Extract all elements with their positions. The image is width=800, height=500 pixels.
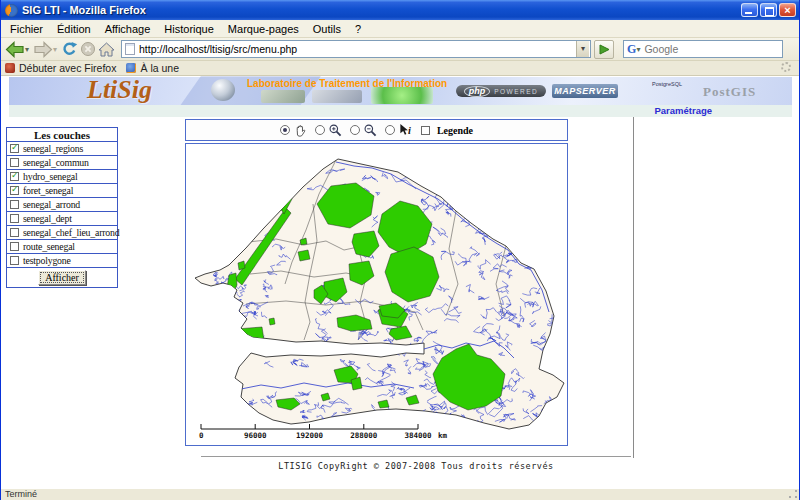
layers-panel: Les couches senegal_regions senegal_comm…: [6, 127, 118, 288]
restore-button[interactable]: [760, 3, 777, 17]
forward-arrow-icon: [33, 41, 53, 58]
layer-checkbox-senegal-regions[interactable]: [10, 144, 19, 153]
reload-icon: [61, 41, 78, 57]
layer-checkbox-senegal-chef-lieu-arrond[interactable]: [10, 228, 19, 237]
banner-photo-3: [371, 87, 433, 104]
layer-checkbox-route-senegal[interactable]: [10, 242, 19, 251]
firefox-window: SIG LTI - Mozilla Firefox × Fichier Édit…: [0, 0, 800, 500]
postgresql-badge: PostgreSQL: [641, 81, 693, 101]
pan-hand-icon: [293, 123, 308, 138]
zoom-out-radio[interactable]: [350, 125, 360, 135]
menu-bar: Fichier Édition Affichage Historique Mar…: [1, 20, 799, 38]
layer-row-senegal-chef-lieu-arrond: senegal_chef_lieu_arrond: [7, 226, 117, 240]
navigation-toolbar: ▾ ▾ ▾ G ▾: [1, 38, 799, 61]
layer-row-hydro-senegal: hydro_senegal: [7, 170, 117, 184]
layer-row-route-senegal: route_senegal: [7, 240, 117, 254]
frame-divider: [633, 117, 634, 458]
menu-edition[interactable]: Édition: [50, 20, 98, 38]
parametrage-link[interactable]: Paramétrage: [654, 105, 712, 116]
layer-row-senegal-regions: senegal_regions: [7, 142, 117, 156]
forward-dropdown-icon[interactable]: ▾: [53, 45, 57, 54]
menu-aide[interactable]: ?: [348, 20, 368, 38]
resize-grip-icon[interactable]: [788, 489, 798, 499]
layer-row-senegal-arrond: senegal_arrond: [7, 198, 117, 212]
mapserver-badge: MAPSERVER: [552, 84, 618, 98]
search-input[interactable]: [644, 43, 779, 55]
search-engine-dropdown-icon[interactable]: ▾: [636, 45, 640, 54]
bookmark-a-la-une[interactable]: À la une: [126, 62, 179, 74]
ltisig-logo: LtiSig: [87, 76, 152, 105]
bookmark-debuter[interactable]: Débuter avec Firefox: [5, 62, 116, 74]
layer-checkbox-testpolygone[interactable]: [10, 256, 19, 265]
forward-button[interactable]: ▾: [33, 41, 59, 58]
scale-tick-2: 192000: [296, 431, 324, 440]
firefox-bookmark-icon: [5, 63, 15, 73]
page-content: LtiSig Laboratoire de Traitement de l'In…: [1, 76, 799, 487]
title-bar: SIG LTI - Mozilla Firefox ×: [1, 0, 799, 20]
status-bar: Terminé: [1, 487, 799, 500]
afficher-button[interactable]: Afficher: [38, 270, 86, 285]
identify-info-icon: i: [398, 123, 414, 138]
layer-row-senegal-dept: senegal_dept: [7, 212, 117, 226]
layer-checkbox-senegal-commun[interactable]: [10, 158, 19, 167]
menu-marque-pages[interactable]: Marque-pages: [221, 20, 306, 38]
url-bar: ▾: [121, 40, 591, 58]
scale-unit: km: [438, 431, 448, 440]
home-icon: [98, 42, 115, 57]
back-arrow-icon: [5, 41, 25, 58]
pan-radio[interactable]: [280, 125, 290, 135]
go-arrow-icon: [599, 44, 610, 55]
site-banner: LtiSig Laboratoire de Traitement de l'In…: [9, 77, 792, 105]
legend-checkbox[interactable]: [421, 126, 430, 135]
minimize-button[interactable]: [741, 3, 758, 17]
zoom-in-radio[interactable]: [315, 125, 325, 135]
banner-photo-2: [312, 90, 362, 103]
menu-historique[interactable]: Historique: [157, 20, 221, 38]
globe-sphere-icon: [211, 79, 235, 101]
layer-row-senegal-commun: senegal_commun: [7, 156, 117, 170]
search-magnifier-icon[interactable]: [779, 43, 780, 55]
scale-tick-0: 0: [199, 431, 204, 440]
menu-affichage[interactable]: Affichage: [98, 20, 158, 38]
bookmarks-toolbar: Débuter avec Firefox À la une: [1, 61, 799, 76]
menu-outils[interactable]: Outils: [306, 20, 348, 38]
layer-row-testpolygone: testpolygone: [7, 254, 117, 268]
scale-tick-3: 288000: [350, 431, 378, 440]
layer-row-foret-senegal: foret_senegal: [7, 184, 117, 198]
scale-tick-1: 96000: [244, 431, 267, 440]
status-text: Terminé: [5, 489, 37, 499]
menu-fichier[interactable]: Fichier: [3, 20, 50, 38]
page-favicon: [125, 43, 135, 55]
map-tool-zoom-out: [350, 123, 378, 138]
copyright-text: LTISIG CopyRight © 2007-2008 Tous droits…: [201, 461, 631, 471]
map-tool-pan: [280, 123, 308, 138]
throbber-icon: [781, 62, 791, 72]
url-dropdown-icon[interactable]: ▾: [576, 41, 589, 57]
go-button[interactable]: [594, 40, 614, 59]
layer-checkbox-foret-senegal[interactable]: [10, 186, 19, 195]
layers-panel-title: Les couches: [7, 128, 117, 142]
postgis-badge: PostGIS: [703, 84, 756, 100]
php-powered-badge: php POWERED: [456, 85, 546, 97]
layer-checkbox-senegal-arrond[interactable]: [10, 200, 19, 209]
layer-checkbox-senegal-dept[interactable]: [10, 214, 19, 223]
svg-text:i: i: [408, 125, 411, 136]
window-title: SIG LTI - Mozilla Firefox: [22, 4, 741, 16]
identify-radio[interactable]: [385, 125, 395, 135]
back-dropdown-icon[interactable]: ▾: [25, 45, 29, 54]
layer-checkbox-hydro-senegal[interactable]: [10, 172, 19, 181]
search-box: G ▾: [623, 40, 783, 58]
map-tool-identify: i: [385, 123, 414, 138]
livemark-icon: [126, 63, 136, 73]
back-button[interactable]: ▾: [5, 41, 31, 58]
reload-button[interactable]: [61, 41, 78, 57]
stop-button[interactable]: [80, 41, 96, 57]
url-input[interactable]: [139, 43, 576, 55]
legend-label: Legende: [437, 125, 473, 136]
banner-substrip: Paramétrage: [9, 105, 792, 117]
layers-button-row: Afficher: [7, 268, 117, 287]
legend-control: Legende: [421, 125, 473, 136]
close-button[interactable]: ×: [779, 3, 796, 17]
home-button[interactable]: [98, 42, 115, 57]
map-viewport[interactable]: 0 96000 192000 288000 384000 km: [185, 143, 568, 446]
